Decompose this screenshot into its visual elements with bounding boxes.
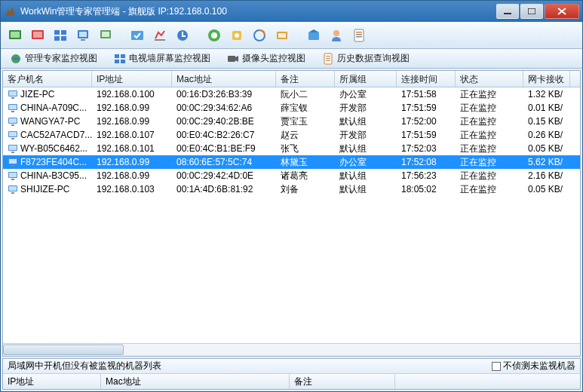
tab-tvwall-view[interactable]: 电视墙屏幕监控视图	[109, 51, 215, 66]
svg-rect-63	[11, 179, 14, 180]
toolbar-btn-14[interactable]	[327, 26, 346, 45]
toolbar-btn-9[interactable]	[204, 26, 224, 45]
toolbar-btn-8[interactable]	[173, 26, 192, 45]
scroll-thumb[interactable]	[3, 345, 124, 355]
svg-rect-53	[9, 132, 17, 136]
toolbar-btn-5[interactable]	[96, 26, 115, 45]
cell-group: 默认组	[335, 169, 397, 183]
cell-note: 赵云	[276, 128, 335, 142]
cell-conn: 18:05:02	[397, 183, 456, 195]
toolbar-btn-13[interactable]	[304, 26, 324, 45]
cell-stat: 正在监控	[456, 101, 523, 115]
titlebar[interactable]: WorkWin管理专家管理端 - 旗舰版 IP:192.168.0.100	[1, 1, 582, 22]
toolbar-btn-7[interactable]	[150, 26, 170, 45]
svg-rect-51	[11, 124, 14, 126]
svg-rect-32	[356, 36, 362, 38]
globe-icon	[10, 53, 22, 65]
cell-note: 刘备	[276, 182, 335, 197]
col-note[interactable]: 备注	[276, 71, 335, 87]
svg-rect-29	[354, 29, 364, 41]
toolbar-btn-10[interactable]	[227, 26, 247, 45]
svg-rect-42	[326, 60, 330, 61]
cell-group: 办公室	[335, 87, 397, 102]
svg-rect-65	[9, 186, 17, 191]
cell-ip: 192.168.0.99	[92, 170, 172, 182]
toolbar-btn-12[interactable]	[272, 26, 292, 45]
tab-label: 摄像头监控视图	[242, 52, 305, 65]
tab-history-view[interactable]: 历史数据查询视图	[318, 51, 414, 66]
unmonitored-header: 局域网中开机但没有被监视的机器列表 不侦测未监视机器	[3, 359, 580, 374]
svg-rect-36	[115, 60, 119, 63]
cell-note: 林黛玉	[276, 155, 335, 170]
cell-net: 1.32 KB/	[523, 88, 570, 100]
svg-rect-0	[504, 13, 511, 14]
cell-name: SHIJIZE-PC	[3, 183, 92, 195]
skip-detect-checkbox[interactable]: 不侦测未监视机器	[492, 360, 575, 372]
col-net[interactable]: 网卡接收	[523, 71, 570, 87]
view-tabs: 管理专家监控视图 电视墙屏幕监控视图 摄像头监控视图 历史数据查询视图	[1, 49, 582, 69]
toolbar-btn-15[interactable]	[349, 26, 369, 45]
horizontal-scrollbar[interactable]	[3, 343, 580, 356]
svg-point-28	[333, 30, 339, 36]
cell-name: CHINA-A709C...	[3, 102, 92, 114]
cell-net: 2.16 KB/	[523, 170, 570, 182]
table-row[interactable]: CHINA-A709C...192.168.0.9900:0C:29:34:62…	[3, 101, 580, 115]
toolbar-btn-11[interactable]	[250, 26, 269, 45]
cell-conn: 17:51:59	[397, 102, 456, 114]
bcol-note[interactable]: 备注	[290, 374, 395, 389]
table-row[interactable]: WANGYA7-PC192.168.0.9900:0C:29:40:2B:BE贾…	[3, 115, 580, 128]
svg-rect-62	[9, 173, 17, 177]
col-conn[interactable]: 连接时间	[397, 71, 456, 87]
toolbar-btn-4[interactable]	[73, 26, 93, 45]
app-icon	[4, 5, 16, 17]
col-stat[interactable]: 状态	[456, 71, 523, 87]
col-group[interactable]: 所属组	[335, 71, 397, 87]
svg-rect-60	[11, 165, 14, 167]
svg-rect-57	[11, 152, 14, 153]
cell-ip: 192.168.0.107	[92, 129, 172, 141]
svg-rect-41	[326, 58, 330, 59]
cell-conn: 17:56:23	[397, 170, 456, 182]
main-toolbar	[1, 22, 582, 49]
col-mac[interactable]: Mac地址	[172, 71, 276, 87]
table-row[interactable]: F8723FE404C...192.168.0.9908:60:6E:57:5C…	[3, 155, 580, 169]
bcol-ip[interactable]: IP地址	[3, 374, 101, 389]
minimize-button[interactable]	[496, 4, 519, 19]
table-row[interactable]: CAC52A7ACD7...192.168.0.10700:E0:4C:B2:2…	[3, 128, 580, 142]
bcol-mac[interactable]: Mac地址	[101, 374, 290, 389]
table-row[interactable]: JIZE-PC192.168.0.10000:16:D3:26:B3:39阮小二…	[3, 87, 580, 101]
cell-net: 0.26 KB/	[523, 129, 570, 141]
grid-header: 客户机名 IP地址 Mac地址 备注 所属组 连接时间 状态 网卡接收	[3, 71, 580, 87]
cell-stat: 正在监控	[456, 87, 523, 102]
toolbar-btn-2[interactable]	[28, 26, 48, 45]
app-window: WorkWin管理专家管理端 - 旗舰版 IP:192.168.0.100 管理…	[0, 0, 583, 392]
client-grid-panel: 客户机名 IP地址 Mac地址 备注 所属组 连接时间 状态 网卡接收 JIZE…	[2, 70, 581, 357]
cell-net: 0.05 KB/	[523, 183, 570, 195]
svg-rect-56	[9, 145, 17, 150]
camera-icon	[227, 53, 239, 65]
window-title: WorkWin管理专家管理端 - 旗舰版 IP:192.168.0.100	[20, 5, 496, 18]
maximize-button[interactable]	[520, 4, 543, 19]
toolbar-btn-3[interactable]	[51, 26, 70, 45]
svg-rect-19	[182, 35, 186, 37]
svg-rect-26	[278, 33, 286, 38]
svg-rect-6	[54, 30, 60, 35]
cell-name: JIZE-PC	[3, 88, 92, 100]
cell-mac: 00:16:D3:26:B3:39	[172, 88, 276, 100]
cell-stat: 正在监控	[456, 182, 523, 197]
toolbar-btn-1[interactable]	[5, 26, 25, 45]
table-row[interactable]: SHIJIZE-PC192.168.0.10300:1A:4D:6B:81:92…	[3, 182, 580, 196]
col-ip[interactable]: IP地址	[92, 71, 172, 87]
cell-mac: 08:60:6E:57:5C:74	[172, 156, 276, 168]
table-row[interactable]: WY-B05C6462...192.168.0.10100:E0:4C:B1:B…	[3, 142, 580, 155]
grid-body[interactable]: JIZE-PC192.168.0.10000:16:D3:26:B3:39阮小二…	[3, 87, 580, 343]
cell-net: 0.01 KB/	[523, 102, 570, 114]
table-row[interactable]: CHINA-B3C95...192.168.0.9900:0C:29:42:4D…	[3, 169, 580, 182]
svg-rect-9	[61, 36, 66, 41]
tab-camera-view[interactable]: 摄像头监控视图	[222, 51, 310, 66]
col-name[interactable]: 客户机名	[3, 71, 92, 87]
close-button[interactable]	[545, 4, 579, 19]
toolbar-btn-6[interactable]	[127, 26, 147, 45]
cell-group: 开发部	[335, 101, 397, 115]
tab-monitor-view[interactable]: 管理专家监控视图	[5, 51, 102, 66]
